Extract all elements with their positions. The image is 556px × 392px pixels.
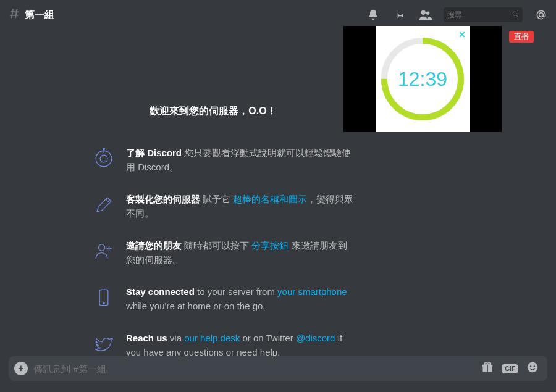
svg-rect-23: [487, 365, 488, 372]
twitter-icon: [91, 332, 116, 356]
welcome-step-text: Stay connected to your server from your …: [126, 285, 355, 313]
svg-point-12: [100, 155, 107, 162]
mentions-icon[interactable]: [534, 7, 549, 22]
members-icon[interactable]: [418, 7, 432, 22]
gif-button[interactable]: GIF: [502, 364, 518, 373]
svg-point-16: [99, 244, 105, 251]
search-box[interactable]: [444, 7, 523, 22]
svg-point-25: [488, 362, 491, 365]
svg-line-15: [106, 199, 109, 203]
search-input[interactable]: [447, 10, 509, 19]
welcome-step-text: Reach us via our help desk or on Twitter…: [126, 332, 355, 359]
welcome-step-link[interactable]: your smartphone: [277, 286, 347, 297]
welcome-step-text: 了解 Discord 您只要觀看浮動式說明就可以輕鬆體驗使用 Discord。: [126, 146, 355, 174]
svg-line-2: [11, 9, 13, 19]
welcome-step: Reach us via our help desk or on Twitter…: [91, 332, 426, 359]
svg-point-24: [485, 362, 487, 365]
live-badge: 直播: [509, 31, 534, 43]
exclamation-circle-icon: [91, 146, 116, 171]
svg-point-8: [539, 13, 544, 17]
message-input[interactable]: [33, 364, 481, 374]
timer-ring: 12:39: [379, 36, 466, 122]
pencil-icon: [91, 193, 116, 217]
search-icon: [512, 10, 519, 20]
composer-icons: GIF: [481, 361, 547, 376]
welcome-step: 邀請您的朋友 隨時都可以按下 分享按鈕 來邀請朋友到您的伺服器。: [91, 239, 426, 267]
gift-icon[interactable]: [481, 361, 494, 376]
hash-icon: [7, 7, 21, 23]
svg-point-11: [96, 151, 112, 167]
welcome-step-link[interactable]: 分享按鈕: [251, 240, 289, 251]
pip-content: 12:39 ✕: [376, 26, 470, 132]
welcome-step-text: 邀請您的朋友 隨時都可以按下 分享按鈕 來邀請朋友到您的伺服器。: [126, 239, 355, 267]
timer-value: 12:39: [379, 36, 466, 122]
invite-user-icon: [91, 239, 116, 264]
svg-point-6: [513, 12, 516, 15]
pip-close-icon[interactable]: ✕: [458, 30, 466, 40]
svg-point-20: [103, 302, 105, 304]
pip-video-overlay[interactable]: 12:39 ✕: [343, 26, 502, 132]
svg-point-28: [534, 365, 535, 367]
channel-name: 第一組: [25, 9, 54, 22]
welcome-step-link[interactable]: @discord: [296, 333, 335, 343]
plus-icon: +: [14, 362, 28, 375]
welcome-step: Stay connected to your server from your …: [91, 285, 426, 313]
svg-line-3: [15, 9, 17, 19]
svg-point-26: [528, 362, 538, 373]
welcome-step: 客製化您的伺服器 賦予它 超棒的名稱和圖示，變得與眾不同。: [91, 193, 426, 220]
attach-button[interactable]: +: [9, 356, 33, 381]
pin-icon[interactable]: [392, 7, 406, 22]
svg-point-27: [530, 365, 531, 367]
svg-point-14: [103, 148, 105, 150]
welcome-step-link[interactable]: our help desk: [184, 333, 240, 343]
welcome-step-text: 客製化您的伺服器 賦予它 超棒的名稱和圖示，變得與眾不同。: [126, 193, 355, 220]
welcome-step-link[interactable]: 超棒的名稱和圖示: [233, 194, 307, 204]
emoji-icon[interactable]: [526, 361, 539, 376]
channel-header: 第一組: [0, 0, 556, 30]
svg-line-7: [516, 15, 518, 17]
notification-bell-icon[interactable]: [366, 7, 381, 22]
svg-point-5: [426, 12, 430, 15]
message-composer: + GIF: [9, 356, 547, 381]
welcome-steps-list: 了解 Discord 您只要觀看浮動式說明就可以輕鬆體驗使用 Discord。 …: [0, 146, 426, 359]
svg-point-4: [421, 10, 426, 15]
welcome-step: 了解 Discord 您只要觀看浮動式說明就可以輕鬆體驗使用 Discord。: [91, 146, 426, 174]
phone-icon: [91, 285, 116, 310]
